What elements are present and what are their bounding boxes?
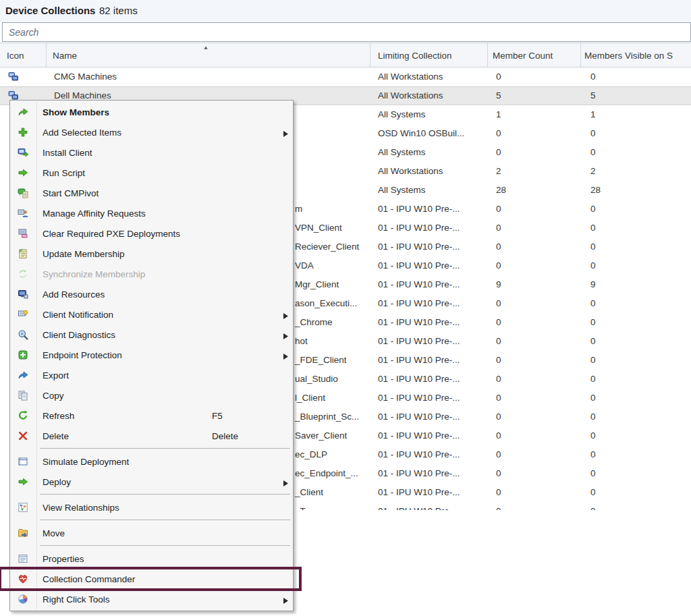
submenu-arrow-icon xyxy=(283,311,288,321)
cell-limiting-collection: All Systems xyxy=(378,147,486,157)
menu-item-client-notification[interactable]: Client Notification xyxy=(10,304,293,325)
submenu-arrow-icon xyxy=(283,596,288,606)
menu-item-refresh[interactable]: RefreshF5 xyxy=(10,405,293,426)
cell-member-count: 0 xyxy=(496,128,501,138)
menu-item-label: Update Membership xyxy=(43,249,125,259)
manage-affinity-requests-icon xyxy=(18,208,28,219)
cell-members-visible: 0 xyxy=(590,393,596,403)
column-header-member-count[interactable]: Member Count xyxy=(493,51,553,61)
submenu-arrow-icon xyxy=(283,478,288,488)
column-header-members-visible[interactable]: Members Visible on S xyxy=(584,51,673,61)
column-header-limiting[interactable]: Limiting Collection xyxy=(378,51,452,61)
menu-item-label: Client Notification xyxy=(43,310,113,320)
menu-item-show-members[interactable]: Show Members xyxy=(10,102,293,122)
menu-item-label: Endpoint Protection xyxy=(43,350,122,360)
table-row[interactable]: CMG MachinesAll Workstations00 xyxy=(0,67,691,86)
column-header-name[interactable]: Name xyxy=(53,51,77,61)
cell-members-visible: 1 xyxy=(590,109,596,119)
cell-name: _Blueprint_Sc... xyxy=(295,412,359,422)
menu-item-add-selected-items[interactable]: Add Selected Items xyxy=(10,122,293,142)
cell-name: VDA xyxy=(295,260,314,271)
cell-member-count: 0 xyxy=(496,355,501,365)
synchronize-membership-icon xyxy=(18,269,28,279)
search-input[interactable] xyxy=(3,23,690,41)
menu-item-label: Deploy xyxy=(43,477,71,487)
cell-limiting-collection: All Systems xyxy=(378,109,486,119)
cell-limiting-collection: 01 - IPU W10 Pre-... xyxy=(378,506,486,510)
cell-limiting-collection: 01 - IPU W10 Pre-... xyxy=(378,449,486,459)
menu-item-run-script[interactable]: Run Script xyxy=(10,163,293,183)
submenu-arrow-icon xyxy=(283,129,288,139)
menu-item-manage-affinity-requests[interactable]: Manage Affinity Requests xyxy=(10,203,293,223)
cell-name: ec_Endpoint_... xyxy=(295,468,358,478)
cell-limiting-collection: All Systems xyxy=(378,185,486,195)
menu-item-label: Install Client xyxy=(43,148,92,158)
cell-limiting-collection: 01 - IPU W10 Pre-... xyxy=(378,298,486,308)
cell-name: _FDE_Client xyxy=(295,355,347,365)
cell-member-count: 0 xyxy=(496,449,501,459)
cell-member-count: 0 xyxy=(496,393,501,403)
menu-item-properties[interactable]: Properties xyxy=(10,549,293,569)
menu-item-delete[interactable]: DeleteDelete xyxy=(10,426,293,446)
cell-member-count: 0 xyxy=(496,412,501,422)
menu-item-deploy[interactable]: Deploy xyxy=(10,472,293,492)
cell-members-visible: 0 xyxy=(590,430,596,441)
cell-members-visible: 0 xyxy=(590,128,596,138)
cell-member-count: 0 xyxy=(496,72,501,82)
cell-member-count: 0 xyxy=(496,430,501,441)
search-box[interactable] xyxy=(2,22,691,42)
cell-members-visible: 0 xyxy=(590,223,596,233)
menu-item-client-diagnostics[interactable]: Client Diagnostics xyxy=(10,325,293,345)
menu-item-simulate-deployment[interactable]: Simulate Deployment xyxy=(10,451,293,472)
cell-members-visible: 5 xyxy=(590,90,596,101)
cell-name: ason_Executi... xyxy=(295,298,357,308)
menu-item-label: View Relationships xyxy=(43,503,119,513)
menu-item-label: Collection Commander xyxy=(43,574,135,584)
menu-item-label: Clear Required PXE Deployments xyxy=(43,229,180,239)
add-resources-icon xyxy=(18,289,28,300)
cell-members-visible: 0 xyxy=(590,449,596,459)
update-membership-icon xyxy=(18,248,28,259)
menu-item-install-client[interactable]: Install Client xyxy=(10,142,293,163)
right-click-tools-icon xyxy=(18,594,28,605)
cell-limiting-collection: 01 - IPU W10 Pre-... xyxy=(378,355,486,365)
menu-item-collection-commander[interactable]: Collection Commander xyxy=(10,569,293,589)
column-divider[interactable] xyxy=(580,43,581,67)
cell-limiting-collection: 01 - IPU W10 Pre-... xyxy=(378,468,486,478)
cell-name: m xyxy=(295,204,302,214)
cell-name: Reciever_Client xyxy=(295,242,359,252)
cell-members-visible: 0 xyxy=(590,317,596,327)
cell-members-visible: 0 xyxy=(590,242,596,252)
menu-item-label: Move xyxy=(43,528,65,538)
menu-item-update-membership[interactable]: Update Membership xyxy=(10,244,293,264)
menu-item-label: Show Members xyxy=(43,107,109,117)
menu-item-move[interactable]: Move xyxy=(10,523,293,543)
menu-item-label: Properties xyxy=(43,554,84,564)
clear-pxe-deployments-icon xyxy=(18,228,28,239)
collection-commander-icon xyxy=(18,573,28,584)
menu-item-view-relationships[interactable]: View Relationships xyxy=(10,497,293,517)
cell-member-count: 0 xyxy=(496,147,501,157)
cell-name: Mgr_Client xyxy=(295,279,339,289)
cell-limiting-collection: All Workstations xyxy=(378,166,486,176)
menu-item-label: Copy xyxy=(43,391,64,401)
cell-member-count: 0 xyxy=(496,260,501,271)
menu-item-clear-required-pxe-deployments[interactable]: Clear Required PXE Deployments xyxy=(10,223,293,244)
menu-item-export[interactable]: Export xyxy=(10,365,293,385)
menu-item-right-click-tools[interactable]: Right Click Tools xyxy=(10,589,293,609)
column-divider[interactable] xyxy=(46,43,47,67)
start-cmpivot-icon xyxy=(18,188,28,198)
menu-item-add-resources[interactable]: Add Resources xyxy=(10,284,293,304)
column-header-icon[interactable]: Icon xyxy=(7,51,24,61)
menu-item-label: Delete xyxy=(43,431,69,441)
menu-item-copy[interactable]: Copy xyxy=(10,385,293,405)
menu-item-start-cmpivot[interactable]: Start CMPivot xyxy=(10,183,293,203)
menu-item-endpoint-protection[interactable]: Endpoint Protection xyxy=(10,345,293,365)
menu-item-label: Right Click Tools xyxy=(43,594,110,605)
move-icon xyxy=(18,528,28,538)
cell-limiting-collection: All Workstations xyxy=(378,72,486,82)
column-divider[interactable] xyxy=(487,43,488,67)
column-divider[interactable] xyxy=(370,43,370,67)
cell-members-visible: 0 xyxy=(590,336,596,346)
cell-name: CMG Machines xyxy=(54,72,117,82)
